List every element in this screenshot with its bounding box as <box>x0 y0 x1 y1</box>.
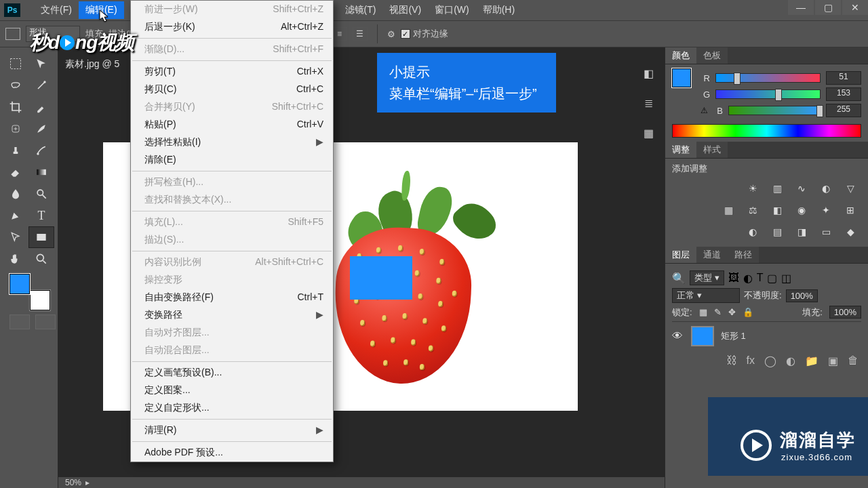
type-tool[interactable]: T <box>28 205 54 226</box>
lock-paint-icon[interactable]: ✎ <box>714 307 722 317</box>
tab-paths[interactable]: 路径 <box>728 247 759 263</box>
brightness-icon[interactable]: ☀ <box>745 182 761 195</box>
tool-preset-button[interactable] <box>5 28 20 40</box>
screenmode-button[interactable] <box>35 314 56 329</box>
lock-all-icon[interactable]: 🔒 <box>743 307 753 317</box>
bw-icon[interactable]: ◧ <box>769 203 785 217</box>
g-slider[interactable] <box>715 89 821 99</box>
eraser-tool[interactable] <box>3 161 28 183</box>
r-slider[interactable] <box>715 73 821 83</box>
document-tab[interactable]: 素材.jpg @ 5 <box>65 58 119 70</box>
marquee-tool[interactable] <box>3 53 28 75</box>
menu-copy[interactable]: 拷贝(C)Ctrl+C <box>131 81 333 98</box>
history-brush-tool[interactable] <box>28 140 54 161</box>
new-layer-icon[interactable]: ▣ <box>828 354 838 367</box>
threshold-icon[interactable]: ◨ <box>793 225 810 239</box>
stamp-tool[interactable] <box>3 140 28 161</box>
zoom-tool[interactable] <box>28 248 54 270</box>
g-value[interactable]: 153 <box>826 87 861 101</box>
photo-filter-icon[interactable]: ◉ <box>793 203 810 217</box>
blur-tool[interactable] <box>3 183 28 205</box>
r-value[interactable]: 51 <box>826 71 861 85</box>
menu-brush-preset[interactable]: 定义画笔预设(B)... <box>131 364 333 382</box>
properties-icon[interactable]: ≣ <box>639 94 658 113</box>
posterize-icon[interactable]: ▤ <box>769 225 785 239</box>
align-edges-checkbox[interactable]: ✓ 对齐边缘 <box>401 28 448 40</box>
menu-help[interactable]: 帮助(H) <box>476 1 521 19</box>
filter-image-icon[interactable]: 🖼 <box>728 272 739 284</box>
menu-free-transform[interactable]: 自由变换路径(F)Ctrl+T <box>131 289 333 306</box>
magic-wand-tool[interactable] <box>28 75 54 96</box>
gradient-tool[interactable] <box>28 161 54 183</box>
arrange-icon[interactable]: ☰ <box>353 27 368 41</box>
menu-custom-shape[interactable]: 定义自定形状... <box>131 399 333 417</box>
minimize-button[interactable]: — <box>788 0 814 15</box>
align-icon[interactable]: ≡ <box>332 27 347 41</box>
foreground-color-swatch[interactable] <box>9 274 30 294</box>
menu-cut[interactable]: 剪切(T)Ctrl+X <box>131 63 333 81</box>
rectangle-tool[interactable] <box>28 226 54 248</box>
exposure-icon[interactable]: ◐ <box>818 182 834 195</box>
actions-icon[interactable]: ▦ <box>639 123 658 142</box>
crop-tool[interactable] <box>3 96 28 118</box>
hue-icon[interactable]: ▦ <box>720 203 736 217</box>
zoom-level[interactable]: 50% <box>65 478 81 487</box>
channel-mixer-icon[interactable]: ✦ <box>818 203 834 217</box>
filter-smart-icon[interactable]: ◫ <box>781 272 791 285</box>
chevron-right-icon[interactable]: ▸ <box>85 478 90 487</box>
menu-step-back[interactable]: 后退一步(K)Alt+Ctrl+Z <box>131 18 333 36</box>
menu-purge[interactable]: 清理(R)▶ <box>131 422 333 439</box>
brush-tool[interactable] <box>28 118 54 140</box>
color-spectrum[interactable] <box>672 124 861 138</box>
layer-name[interactable]: 矩形 1 <box>721 330 746 342</box>
selective-color-icon[interactable]: ◆ <box>842 225 859 239</box>
fx-icon[interactable]: fx <box>747 354 755 367</box>
menu-pattern[interactable]: 定义图案... <box>131 382 333 399</box>
opacity-field[interactable]: 100% <box>786 289 818 302</box>
menu-file[interactable]: 文件(F) <box>34 1 79 19</box>
filter-shape-icon[interactable]: ▢ <box>767 272 777 285</box>
trash-icon[interactable]: 🗑 <box>848 354 859 367</box>
vibrance-icon[interactable]: ▽ <box>842 182 859 195</box>
menu-clear[interactable]: 清除(E) <box>131 151 333 169</box>
fill-field[interactable]: 100% <box>829 306 861 319</box>
layer-filter-select[interactable]: 类型 ▾ <box>690 270 724 285</box>
color-foreground-swatch[interactable] <box>672 68 691 87</box>
menu-paste-special[interactable]: 选择性粘贴(I)▶ <box>131 134 333 151</box>
curves-icon[interactable]: ∿ <box>793 182 810 195</box>
layer-row[interactable]: 👁 矩形 1 <box>672 321 861 350</box>
blend-mode-select[interactable]: 正常 ▾ <box>672 288 740 303</box>
colorbalance-icon[interactable]: ⚖ <box>745 203 761 217</box>
healing-tool[interactable] <box>3 118 28 140</box>
invert-icon[interactable]: ◐ <box>745 225 761 239</box>
path-select-tool[interactable] <box>3 226 28 248</box>
adj-layer-icon[interactable]: ◐ <box>786 354 795 367</box>
blue-rectangle-shape[interactable] <box>350 256 412 300</box>
menu-view[interactable]: 视图(V) <box>382 1 428 19</box>
lookup-icon[interactable]: ⊞ <box>842 203 859 217</box>
close-button[interactable]: ✕ <box>842 0 868 15</box>
tab-channels[interactable]: 通道 <box>696 247 728 263</box>
filter-type-icon[interactable]: T <box>757 272 764 284</box>
mask-icon[interactable]: ◯ <box>764 354 776 367</box>
history-icon[interactable]: ◧ <box>639 64 658 83</box>
background-color-swatch[interactable] <box>30 290 50 310</box>
tab-swatches[interactable]: 色板 <box>696 47 728 64</box>
tab-styles[interactable]: 样式 <box>696 142 728 158</box>
b-slider[interactable] <box>728 106 821 115</box>
eyedropper-tool[interactable] <box>28 96 54 118</box>
menu-window[interactable]: 窗口(W) <box>428 1 476 19</box>
layer-thumbnail[interactable] <box>691 326 714 346</box>
levels-icon[interactable]: ▥ <box>769 182 785 195</box>
gradient-map-icon[interactable]: ▭ <box>818 225 834 239</box>
dodge-tool[interactable] <box>28 183 54 205</box>
lock-trans-icon[interactable]: ▦ <box>699 307 707 317</box>
quickmask-button[interactable] <box>9 314 30 329</box>
b-value[interactable]: 255 <box>826 104 861 117</box>
hand-tool[interactable] <box>3 248 28 270</box>
menu-transform-path[interactable]: 变换路径▶ <box>131 306 333 324</box>
move-tool[interactable] <box>28 53 54 75</box>
pen-tool[interactable] <box>3 205 28 226</box>
gear-icon[interactable]: ⚙ <box>387 29 395 39</box>
tab-layers[interactable]: 图层 <box>665 247 696 263</box>
